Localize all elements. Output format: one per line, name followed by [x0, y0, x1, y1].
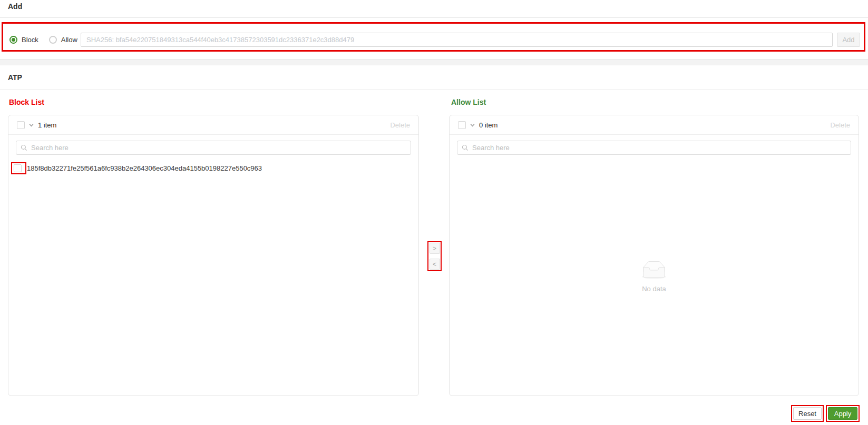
search-icon	[462, 144, 469, 151]
item-checkbox[interactable]	[14, 164, 22, 172]
block-list-title: Block List	[9, 98, 44, 106]
empty-inbox-icon	[639, 261, 669, 280]
radio-unselected-icon	[49, 36, 57, 44]
section-separator	[0, 59, 868, 65]
allow-search-input[interactable]	[457, 141, 851, 155]
allow-list-panel: 0 item Delete No data	[449, 115, 859, 396]
block-delete-button[interactable]: Delete	[390, 121, 410, 129]
search-icon	[21, 144, 27, 151]
block-search-input[interactable]	[16, 141, 411, 155]
block-list-header: 1 item Delete	[8, 115, 418, 135]
empty-state: No data	[450, 261, 859, 293]
allow-radio-label: Allow	[61, 36, 77, 44]
move-to-allow-button[interactable]: >	[430, 243, 440, 254]
block-list-item[interactable]: 185f8db32271fe25f561a6fc938b2e264306ec30…	[11, 162, 411, 174]
apply-button[interactable]: Apply	[828, 407, 857, 420]
block-item-count: 1 item	[38, 121, 56, 129]
block-radio-label: Block	[22, 36, 38, 44]
no-data-text: No data	[450, 285, 859, 293]
block-select-all-checkbox[interactable]	[17, 121, 25, 129]
allow-list-title: Allow List	[451, 98, 486, 106]
annotation-box-transfer-buttons: > <	[427, 241, 442, 271]
allow-list-header: 0 item Delete	[450, 115, 859, 135]
annotation-box-reset: Reset	[791, 405, 824, 422]
sha256-hash-input[interactable]	[81, 33, 833, 47]
atp-settings-page: Add Block Allow Add ATP Block List Allow…	[0, 0, 868, 425]
block-radio[interactable]: Block	[9, 36, 38, 44]
chevron-down-icon[interactable]	[470, 122, 475, 128]
allow-delete-button[interactable]: Delete	[830, 121, 850, 129]
allow-radio[interactable]: Allow	[49, 36, 77, 44]
allow-item-count: 0 item	[479, 121, 498, 129]
annotation-box-item-checkbox	[11, 162, 26, 174]
reset-button[interactable]: Reset	[793, 407, 822, 420]
annotation-box-apply: Apply	[826, 405, 860, 422]
block-list-panel: 1 item Delete 185f8db32271fe25f561a6fc93…	[8, 115, 419, 396]
divider	[0, 17, 868, 18]
allow-select-all-checkbox[interactable]	[458, 121, 466, 129]
list-type-radio-group: Block Allow	[9, 32, 77, 47]
divider	[0, 90, 868, 90]
item-hash-text: 185f8db32271fe25f561a6fc938b2e264306ec30…	[27, 164, 262, 172]
add-section-title: Add	[8, 2, 22, 11]
chevron-down-icon[interactable]	[28, 122, 34, 128]
move-to-block-button[interactable]: <	[430, 259, 440, 270]
radio-selected-icon	[9, 36, 17, 44]
add-button[interactable]: Add	[837, 33, 860, 47]
atp-section-title: ATP	[8, 73, 22, 82]
